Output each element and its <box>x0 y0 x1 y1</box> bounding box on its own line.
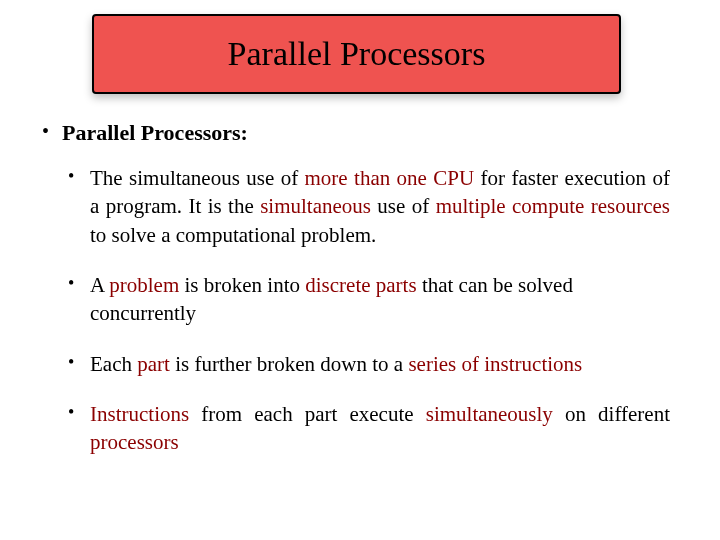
bullet-3: Each part is further broken down to a se… <box>62 350 670 378</box>
title-box: Parallel Processors <box>92 14 621 94</box>
text: The simultaneous use of <box>90 166 305 190</box>
text: from each part execute <box>189 402 426 426</box>
text: use of <box>371 194 436 218</box>
key-phrase: simultaneous <box>260 194 371 218</box>
key-phrase: simultaneously <box>426 402 553 426</box>
text: on different <box>553 402 670 426</box>
text: is broken into <box>179 273 305 297</box>
key-phrase: series of instructions <box>408 352 582 376</box>
text: to solve a computational problem. <box>90 223 376 247</box>
key-phrase: part <box>137 352 170 376</box>
slide: Parallel Processors Parallel Processors:… <box>0 0 720 540</box>
outer-list: Parallel Processors: The simultaneous us… <box>38 120 670 457</box>
inner-list: The simultaneous use of more than one CP… <box>62 164 670 457</box>
key-phrase: more than one CPU <box>305 166 475 190</box>
text: Each <box>90 352 137 376</box>
text: A <box>90 273 109 297</box>
key-phrase: problem <box>109 273 179 297</box>
key-phrase: processors <box>90 430 179 454</box>
content-area: Parallel Processors: The simultaneous us… <box>38 120 670 479</box>
heading-item: Parallel Processors: The simultaneous us… <box>38 120 670 457</box>
key-phrase: Instructions <box>90 402 189 426</box>
key-phrase: multiple compute resources <box>436 194 670 218</box>
heading-text: Parallel Processors: <box>62 120 248 145</box>
key-phrase: discrete parts <box>305 273 416 297</box>
bullet-1: The simultaneous use of more than one CP… <box>62 164 670 249</box>
bullet-2: A problem is broken into discrete parts … <box>62 271 670 328</box>
slide-title: Parallel Processors <box>228 35 486 73</box>
text: is further broken down to a <box>170 352 409 376</box>
bullet-4: Instructions from each part execute simu… <box>62 400 670 457</box>
